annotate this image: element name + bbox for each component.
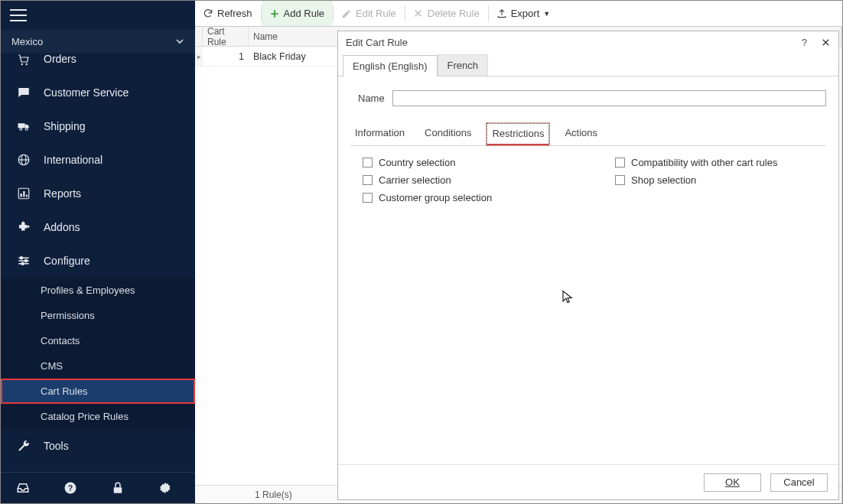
sidebar-item-orders[interactable]: Orders: [1, 53, 195, 76]
gear-icon[interactable]: [158, 481, 180, 495]
sub-item-permissions[interactable]: Permissions: [1, 303, 195, 328]
cell-id: 1: [203, 47, 249, 66]
delete-rule-button[interactable]: Delete Rule: [405, 1, 488, 26]
svg-point-4: [25, 128, 28, 130]
checkbox-icon: [363, 175, 373, 185]
svg-point-12: [28, 226, 30, 228]
toolbar: Refresh Add Rule Edit Rule: [195, 1, 842, 27]
edit-rule-button[interactable]: Edit Rule: [334, 1, 405, 26]
checkbox-icon: [363, 158, 373, 167]
hamburger-icon[interactable]: [10, 9, 27, 21]
plus-icon: [269, 8, 280, 19]
help-icon[interactable]: ?: [802, 37, 807, 48]
sidebar-item-international[interactable]: International: [1, 143, 195, 177]
checkbox-carrier-selection[interactable]: Carrier selection: [363, 174, 569, 186]
sidebar-item-configure[interactable]: Configure: [1, 244, 195, 278]
sidebar-nav: Orders Customer Service Shipping Interna…: [1, 53, 195, 472]
sidebar-item-label: Tools: [44, 440, 69, 452]
export-icon: [496, 8, 507, 19]
svg-text:?: ?: [68, 483, 73, 493]
col-cart-rule[interactable]: Cart Rule: [203, 27, 249, 46]
chevron-down-icon: [175, 37, 184, 46]
checkbox-compatibility[interactable]: Compatibility with other cart rules: [615, 157, 777, 168]
help-icon[interactable]: ?: [63, 481, 85, 495]
lock-icon[interactable]: [111, 481, 132, 495]
inner-tabs: Information Conditions Restrictions Acti…: [350, 123, 826, 146]
tab-information[interactable]: Information: [350, 123, 409, 145]
region-selector[interactable]: Mexico: [1, 30, 195, 53]
language-tabs: English (English) French: [338, 53, 838, 76]
ok-button[interactable]: OK: [704, 473, 761, 492]
svg-point-13: [21, 257, 23, 259]
tab-conditions[interactable]: Conditions: [420, 123, 476, 145]
svg-point-14: [25, 260, 28, 262]
svg-point-3: [20, 128, 22, 130]
sidebar-item-label: International: [44, 154, 103, 166]
caret-down-icon: ▼: [543, 10, 550, 18]
wrench-icon: [16, 439, 31, 453]
dialog-title-text: Edit Cart Rule: [346, 37, 408, 48]
export-button[interactable]: Export ▼: [489, 1, 559, 26]
sidebar-item-addons[interactable]: Addons: [1, 210, 195, 244]
lang-tab-english[interactable]: English (English): [343, 55, 438, 76]
refresh-button[interactable]: Refresh: [195, 1, 261, 26]
sidebar-top: [1, 1, 195, 30]
sidebar-item-shipping[interactable]: Shipping: [1, 109, 195, 143]
row-handle-header: [195, 27, 203, 46]
sidebar-item-customer-service[interactable]: Customer Service: [1, 76, 195, 109]
pencil-icon: [341, 8, 352, 19]
tab-actions[interactable]: Actions: [560, 123, 602, 145]
sub-item-cms[interactable]: CMS: [1, 353, 195, 379]
chat-icon: [16, 86, 31, 99]
inbox-icon[interactable]: [16, 481, 37, 495]
chart-icon: [16, 187, 31, 200]
sidebar-item-reports[interactable]: Reports: [1, 177, 195, 210]
checkbox-shop-selection[interactable]: Shop selection: [615, 174, 777, 186]
dialog-footer: OK Cancel: [338, 464, 838, 499]
sidebar-bottom: ?: [1, 472, 195, 503]
checkbox-icon: [615, 175, 625, 185]
cart-icon: [16, 53, 31, 67]
sidebar-item-label: Orders: [44, 53, 76, 65]
sub-item-contacts[interactable]: Contacts: [1, 328, 195, 353]
sidebar-item-label: Customer Service: [44, 86, 129, 99]
checkbox-country-selection[interactable]: Country selection: [363, 157, 569, 168]
sidebar-item-label: Reports: [44, 187, 81, 200]
tab-restrictions[interactable]: Restrictions: [487, 123, 549, 145]
sidebar: Mexico Orders Customer Service: [1, 1, 195, 503]
sub-item-profiles[interactable]: Profiles & Employees: [1, 278, 195, 303]
sidebar-item-label: Configure: [44, 255, 90, 267]
svg-rect-2: [18, 123, 25, 128]
cancel-button[interactable]: Cancel: [770, 473, 828, 492]
sub-item-catalog-price-rules[interactable]: Catalog Price Rules: [1, 404, 195, 429]
checkbox-icon: [363, 193, 373, 203]
svg-point-15: [21, 262, 24, 265]
svg-point-11: [22, 222, 24, 224]
truck-icon: [16, 119, 31, 133]
checkbox-icon: [615, 158, 625, 167]
add-rule-button[interactable]: Add Rule: [262, 1, 333, 26]
sidebar-item-label: Shipping: [44, 120, 86, 132]
x-icon: [413, 8, 424, 19]
close-icon[interactable]: [821, 37, 831, 47]
name-input[interactable]: [392, 90, 826, 106]
lang-tab-french[interactable]: French: [438, 54, 488, 76]
sub-item-cart-rules[interactable]: Cart Rules: [1, 379, 195, 404]
name-label: Name: [358, 93, 385, 104]
svg-point-0: [21, 63, 23, 65]
svg-rect-9: [23, 191, 24, 197]
region-label: Mexico: [11, 36, 43, 47]
svg-rect-18: [114, 487, 122, 493]
sidebar-item-tools[interactable]: Tools: [1, 429, 195, 463]
refresh-icon: [203, 8, 213, 19]
checkbox-customer-group[interactable]: Customer group selection: [363, 192, 569, 203]
svg-rect-10: [26, 195, 28, 197]
edit-cart-rule-dialog: Edit Cart Rule ? English (English) Frenc…: [337, 31, 839, 500]
svg-point-1: [26, 63, 28, 65]
restrictions-panel: Country selection Carrier selection Cust…: [363, 157, 826, 203]
puzzle-icon: [16, 220, 31, 234]
globe-icon: [16, 153, 31, 167]
sidebar-item-label: Addons: [44, 221, 80, 233]
svg-rect-8: [21, 193, 22, 197]
name-field-row: Name: [358, 90, 826, 106]
